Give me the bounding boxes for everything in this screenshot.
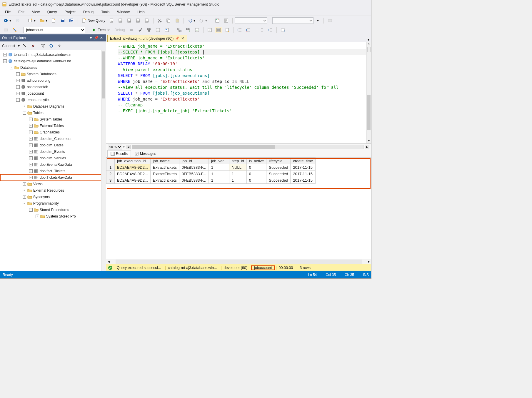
tree-node[interactable]: −Databases	[0, 64, 101, 71]
add-button[interactable]	[50, 17, 58, 24]
parse-button[interactable]	[136, 27, 144, 33]
redo-button[interactable]: ▾	[198, 17, 209, 24]
filter-button[interactable]	[40, 43, 46, 49]
tree-node[interactable]: +dbo.TicketsRawData	[0, 174, 101, 181]
tree-node[interactable]: +External Resources	[0, 187, 101, 194]
execute-button[interactable]: Execute	[90, 27, 112, 33]
save-button[interactable]	[59, 17, 66, 24]
object-explorer-tree[interactable]: +tenants1-mt-aj3.database.windows.n−cata…	[0, 50, 101, 271]
open-button[interactable]: ▾	[38, 17, 49, 24]
editor-scrollbar[interactable]: ▲ ▼	[366, 42, 371, 143]
expand-icon[interactable]: +	[23, 105, 26, 108]
column-header[interactable]: lifecycle	[266, 158, 291, 164]
tree-node[interactable]: +dbo.dim_Dates	[0, 142, 101, 148]
indent-button[interactable]	[266, 27, 274, 33]
column-header[interactable]: is_active	[246, 158, 266, 164]
column-header[interactable]: create_time	[291, 158, 316, 164]
estimated-plan-button[interactable]	[145, 27, 153, 33]
comment-button[interactable]	[236, 27, 244, 33]
menu-file[interactable]: File	[1, 9, 14, 15]
table-row[interactable]: 2BD2AE4A8-9D2...ExtractTickets0FEB5383-F…	[106, 171, 316, 177]
nav-back-button[interactable]: ▾	[2, 17, 13, 24]
script-dmx-button[interactable]: DMX	[126, 17, 133, 24]
expand-icon[interactable]: +	[16, 79, 20, 82]
tree-node[interactable]: +Synonyms	[0, 194, 101, 200]
panel-dropdown-icon[interactable]: ▾	[88, 35, 94, 41]
pin-icon[interactable]: 📌	[94, 35, 99, 41]
tree-node[interactable]: −catalog-mt-aj3.database.windows.ne	[0, 58, 101, 64]
expand-icon[interactable]: +	[23, 189, 26, 192]
tree-node[interactable]: +dbo.dim_Customers	[0, 136, 101, 142]
expand-icon[interactable]: +	[29, 131, 33, 134]
copy-button[interactable]	[165, 17, 172, 24]
live-stats-button[interactable]	[184, 27, 192, 33]
undo-button[interactable]: ▾	[186, 17, 197, 24]
tree-node[interactable]: +adhocreporting	[0, 77, 101, 84]
tree-node[interactable]: +dbo.fact_Tickets	[0, 168, 101, 174]
tree-scrollbar[interactable]	[101, 50, 106, 271]
expand-icon[interactable]: +	[29, 143, 33, 147]
expand-icon[interactable]: +	[23, 182, 26, 186]
extra-button[interactable]	[326, 17, 334, 24]
tree-node[interactable]: −Tables	[0, 110, 101, 116]
results-text-button[interactable]	[206, 27, 214, 33]
tree-node[interactable]: +Database Diagrams	[0, 103, 101, 110]
target-combo[interactable]	[272, 17, 313, 24]
include-plan-button[interactable]	[176, 27, 183, 33]
expand-icon[interactable]: +	[36, 215, 39, 218]
zoom-selector[interactable]: 90 %	[108, 144, 122, 150]
expand-icon[interactable]: +	[16, 85, 20, 89]
tree-node[interactable]: −tenantanalytics	[0, 97, 101, 103]
uncomment-button[interactable]	[245, 27, 253, 33]
change-conn-button[interactable]	[11, 27, 19, 33]
new-item-button[interactable]: ▾	[26, 17, 37, 24]
collapse-icon[interactable]: −	[10, 66, 13, 69]
script-mdx-button[interactable]: MDX	[117, 17, 124, 24]
new-query-button[interactable]: New Query	[80, 17, 107, 24]
refresh-button[interactable]	[48, 43, 54, 49]
menu-edit[interactable]: Edit	[15, 9, 28, 15]
specify-values-button[interactable]	[279, 27, 287, 33]
editor-hscroll[interactable]	[132, 145, 363, 149]
intellisense-button[interactable]	[163, 27, 171, 33]
collapse-icon[interactable]: −	[29, 208, 33, 212]
column-header[interactable]: job_name	[150, 158, 179, 164]
messages-tab[interactable]: Messages	[131, 150, 159, 157]
tree-node[interactable]: −Stored Procedures	[0, 207, 101, 213]
expand-icon[interactable]: +	[23, 195, 26, 199]
menu-view[interactable]: View	[29, 9, 43, 15]
tree-node[interactable]: +System Databases	[0, 71, 101, 77]
disconnect-button[interactable]	[21, 43, 28, 49]
column-header[interactable]: job_id	[179, 158, 209, 164]
pin-icon[interactable]: 📌	[175, 36, 179, 40]
menu-debug[interactable]: Debug	[80, 9, 97, 15]
query-options-button[interactable]	[154, 27, 162, 33]
expand-icon[interactable]: +	[29, 169, 33, 173]
close-icon[interactable]: ✕	[99, 35, 104, 41]
tree-node[interactable]: +dbo.dim_Venues	[0, 155, 101, 161]
activity-button[interactable]	[56, 43, 63, 49]
column-header[interactable]: job_ver...	[209, 158, 229, 164]
script-xmla-button[interactable]: XMLA	[134, 17, 142, 24]
tree-node[interactable]: +Views	[0, 181, 101, 187]
results-hscroll[interactable]: ◀ ▶	[106, 259, 371, 264]
nav-fwd-button[interactable]	[14, 17, 21, 24]
expand-icon[interactable]: +	[3, 53, 7, 56]
solution-button[interactable]	[214, 17, 221, 24]
close-icon[interactable]: ✕	[181, 36, 184, 41]
tree-node[interactable]: −Programmability	[0, 200, 101, 207]
table-row[interactable]: 3BD2AE4A8-9D2...ExtractTickets0FEB5383-F…	[106, 177, 316, 184]
tree-node[interactable]: +tenants1-mt-aj3.database.windows.n	[0, 51, 101, 58]
paste-button[interactable]	[174, 17, 181, 24]
collapse-icon[interactable]: −	[16, 98, 20, 102]
menu-query[interactable]: Query	[44, 9, 61, 15]
expand-icon[interactable]: +	[29, 150, 33, 153]
document-tab[interactable]: ExtractTickets.sql -...unt (developer (9…	[107, 35, 187, 42]
expand-icon[interactable]: +	[29, 163, 33, 166]
cut-button[interactable]	[156, 17, 164, 24]
tree-node[interactable]: +External Tables	[0, 123, 101, 129]
sql-editor[interactable]: --WHERE job_name = 'ExtractTickets'--SEL…	[106, 42, 366, 143]
debug-button[interactable]: Debug	[113, 27, 126, 33]
expand-icon[interactable]: +	[29, 176, 33, 179]
properties-button[interactable]	[222, 17, 230, 24]
